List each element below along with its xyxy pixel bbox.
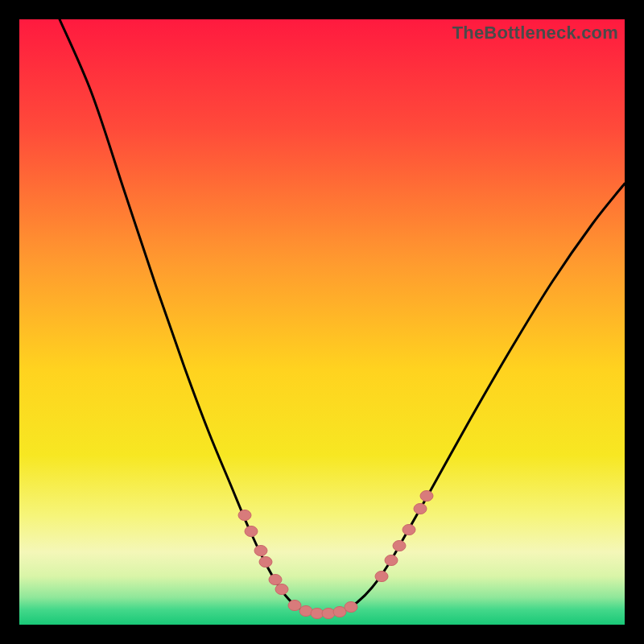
bottleneck-curve	[60, 19, 625, 614]
curve-markers	[238, 490, 433, 618]
curve-marker	[345, 601, 357, 612]
chart-frame: TheBottleneck.com	[0, 0, 644, 644]
curve-marker	[420, 490, 433, 501]
plot-area: TheBottleneck.com	[19, 19, 625, 625]
curve-marker	[322, 608, 335, 618]
curve-marker	[299, 605, 312, 616]
curve-marker	[375, 571, 388, 581]
curve-marker	[275, 584, 288, 594]
curve-marker	[393, 540, 406, 551]
curve-marker	[333, 606, 346, 617]
curve-marker	[238, 510, 251, 520]
curve-marker	[245, 526, 258, 536]
curve-marker	[288, 600, 301, 610]
curve-marker	[269, 574, 282, 584]
curve-marker	[385, 555, 398, 565]
curve-marker	[414, 503, 427, 514]
curve-marker	[254, 545, 267, 555]
curve-marker	[259, 556, 272, 567]
curve-layer	[19, 19, 625, 625]
curve-marker	[402, 524, 415, 535]
